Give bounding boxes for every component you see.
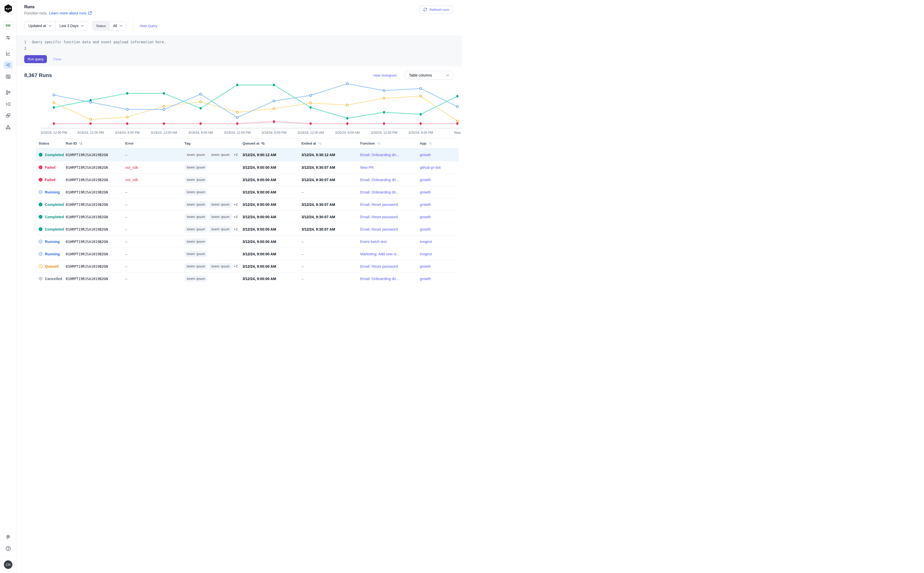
run-id: 01HRPT19RJSA1019B2GN xyxy=(66,215,125,219)
queued-at-value: 3/12/24, 9:00:00 AM xyxy=(243,265,301,268)
data-point-queued xyxy=(346,104,348,106)
sort-icon[interactable] xyxy=(377,141,381,145)
sidebar-item-filters[interactable] xyxy=(4,34,13,41)
tags-cell: lorem: ipsumlorem: ipsum+2 xyxy=(185,214,243,220)
prompt-list-icon xyxy=(5,101,11,106)
app-link[interactable]: growth xyxy=(420,215,459,219)
sort-time-filter: Updated at Last 3 Days xyxy=(24,21,88,30)
function-link[interactable]: New PR xyxy=(360,165,420,169)
column-header-ended-at[interactable]: Ended at xyxy=(301,141,360,145)
column-header-app[interactable]: App xyxy=(420,141,459,145)
function-link[interactable]: Email: Reset password xyxy=(360,227,420,232)
function-link[interactable]: Email: Onboarding dri... xyxy=(360,178,420,182)
data-point-completed xyxy=(89,99,91,102)
time-range-dropdown[interactable]: Last 3 Days xyxy=(56,21,88,30)
data-point-failed xyxy=(310,122,312,125)
table-row[interactable]: Completed01HRPT19RJSA1019B2GN–lorem: ips… xyxy=(36,198,459,210)
app-link[interactable]: growth xyxy=(420,265,459,268)
app-link[interactable]: growth xyxy=(420,190,459,194)
search-panel-icon xyxy=(5,74,11,79)
learn-more-link[interactable]: Learn more about runs xyxy=(49,11,86,15)
x-axis-label: 3/19/24, 6:00 AM xyxy=(188,131,213,135)
sidebar-item-metrics[interactable] xyxy=(4,50,13,57)
column-header-tag: Tag xyxy=(185,141,243,145)
clear-query-button[interactable]: Clear xyxy=(53,57,61,61)
sort-field-value: Updated at xyxy=(28,24,46,28)
data-point-completed xyxy=(310,106,312,109)
function-link[interactable]: Event batch test xyxy=(360,240,420,244)
series-line-queued xyxy=(54,96,457,121)
run-id: 01HRPT19RJSA1019B2GN xyxy=(66,202,125,207)
error-value: – xyxy=(125,215,185,219)
sliders-icon xyxy=(5,35,11,41)
hide-query-link[interactable]: Hide Query xyxy=(139,24,157,28)
ended-at-value: 3/12/24, 9:30:07 AM xyxy=(301,227,335,232)
table-row[interactable]: Running01HRPT19RJSA1019B2GN–lorem: ipsum… xyxy=(36,186,459,198)
tags-cell: lorem: ipsumlorem: ipsum+2 xyxy=(185,152,243,158)
query-placeholder-text[interactable]: Query specific function data and event p… xyxy=(32,40,166,44)
table-row[interactable]: Failed01HRPT19RJSA1019B2GNnot_sdklorem: … xyxy=(36,161,459,174)
run-query-button[interactable]: Run query xyxy=(24,55,47,63)
sort-icon[interactable] xyxy=(428,141,432,145)
function-link[interactable]: Email: Reset password xyxy=(360,215,420,219)
external-link-icon[interactable] xyxy=(88,11,92,15)
app-link[interactable]: growth xyxy=(420,178,459,182)
table-row[interactable]: Running01HRPT19RJSA1019B2GN–lorem: ipsum… xyxy=(36,247,459,260)
table-columns-dropdown[interactable]: Table columns xyxy=(405,71,453,80)
table-row[interactable]: Cancelled01HRPT19RJSA1019B2GN–lorem: ips… xyxy=(36,272,459,285)
column-header-queued-at[interactable]: Queued at xyxy=(243,141,301,145)
tag-badge: lorem: ipsum xyxy=(185,276,207,282)
column-header-function[interactable]: Function xyxy=(360,141,420,145)
column-header-run-id[interactable]: Run ID xyxy=(66,141,125,145)
sort-icon[interactable] xyxy=(318,141,322,145)
histogram-svg[interactable]: 3/19/24, 12:00 PM3/19/24, 12:00 PM3/19/2… xyxy=(39,81,462,136)
table-row[interactable]: Queued01HRPT19RJSA1019B2GN–lorem: ipsuml… xyxy=(36,260,459,272)
error-value: – xyxy=(125,240,185,244)
function-link[interactable]: Marketing: Add new si... xyxy=(360,252,420,256)
data-point-failed xyxy=(199,122,202,125)
table-row[interactable]: Failed01HRPT19RJSA1019B2GNnot_sdklorem: … xyxy=(36,174,459,186)
table-row[interactable]: Running01HRPT19RJSA1019B2GN–lorem: ipsum… xyxy=(36,235,459,247)
app-link[interactable]: growth xyxy=(420,202,459,207)
sidebar-item-functions[interactable] xyxy=(4,100,13,108)
runs-histogram[interactable]: 3/19/24, 12:00 PM3/19/24, 12:00 PM3/19/2… xyxy=(39,81,459,137)
sort-icon[interactable] xyxy=(261,141,265,145)
refresh-runs-button[interactable]: Refresh runs xyxy=(420,6,453,13)
app-link[interactable]: github-pr-bot xyxy=(420,165,459,169)
workspace-badge[interactable]: PR xyxy=(3,21,13,30)
function-link[interactable]: Email: Onboarding dri... xyxy=(360,153,420,157)
hexagon-logo-icon xyxy=(3,4,13,13)
sidebar-item-event-search[interactable] xyxy=(4,73,13,80)
query-editor[interactable]: 1 Query specific function data and event… xyxy=(17,35,462,66)
data-point-running xyxy=(346,83,348,85)
sort-icon[interactable] xyxy=(78,141,83,145)
function-link[interactable]: Email: Reset password xyxy=(360,265,420,268)
data-point-running xyxy=(383,90,385,92)
function-link[interactable]: Email: Reset password xyxy=(360,202,420,207)
app-link[interactable]: growth xyxy=(420,227,459,232)
status-cell: Completed xyxy=(39,202,66,207)
hide-histogram-link[interactable]: Hide histogram xyxy=(373,74,397,77)
app-link[interactable]: Inngest xyxy=(420,252,459,256)
app-link[interactable]: growth xyxy=(420,153,459,157)
table-row[interactable]: Completed01HRPT19RJSA1019B2GN–lorem: ips… xyxy=(36,148,459,161)
function-link[interactable]: Email: Onboarding dri... xyxy=(360,277,420,281)
status-cell: Cancelled xyxy=(39,277,66,281)
sidebar-item-apps[interactable] xyxy=(4,88,13,96)
app-link[interactable]: Inngest xyxy=(420,240,459,244)
tag-overflow-count: +2 xyxy=(234,153,238,157)
ended-at-value: 3/12/24, 9:30:12 AM xyxy=(301,153,335,157)
app-link[interactable]: growth xyxy=(420,277,459,281)
status-filter-dropdown[interactable]: All xyxy=(109,21,127,30)
inngest-logo[interactable] xyxy=(3,4,13,13)
table-row[interactable]: Completed01HRPT19RJSA1019B2GN–lorem: ips… xyxy=(36,223,459,235)
function-link[interactable]: Email: Onboarding dri... xyxy=(360,190,420,194)
sort-field-dropdown[interactable]: Updated at xyxy=(25,21,55,30)
sidebar-item-deploys[interactable] xyxy=(4,111,13,119)
table-row[interactable]: Completed01HRPT19RJSA1019B2GN–lorem: ips… xyxy=(36,210,459,223)
line-number: 2 xyxy=(24,46,30,50)
sidebar-item-webhooks[interactable] xyxy=(4,123,13,131)
status-dot xyxy=(39,265,42,268)
sidebar-item-runs[interactable] xyxy=(4,61,13,69)
ended-at-cell: – xyxy=(301,240,360,244)
